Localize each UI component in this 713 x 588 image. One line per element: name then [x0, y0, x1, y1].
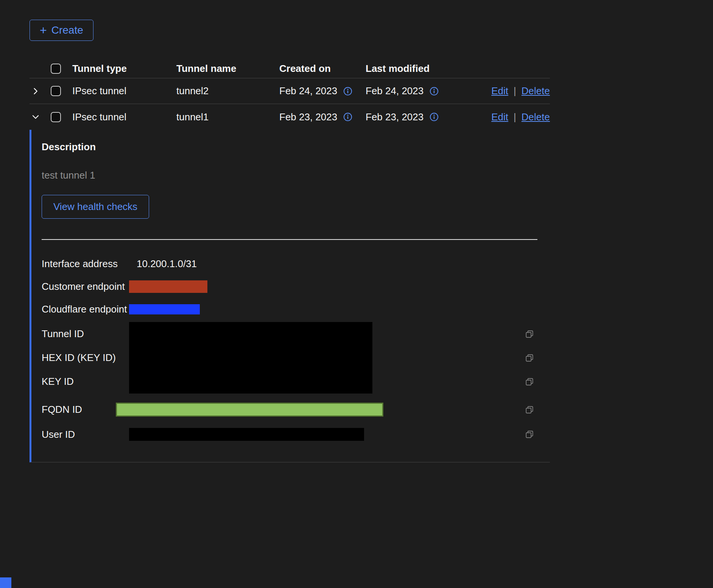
tunnel-type-cell: IPsec tunnel [72, 85, 176, 97]
tunnel-name-cell: tunnel2 [176, 85, 279, 97]
tunnel-ids-group: Tunnel ID HEX ID (KEY ID) KEY ID [42, 322, 534, 394]
actions-separator: | [514, 111, 516, 123]
row-checkbox[interactable] [51, 86, 61, 96]
select-all-checkbox[interactable] [51, 64, 61, 74]
copy-tunnel-id-button[interactable] [525, 329, 534, 339]
copy-icon [525, 377, 534, 387]
tunnel-name-cell: tunnel1 [176, 111, 279, 123]
tunnel-detail-fields: Interface address 10.200.1.0/31 Customer… [42, 258, 550, 441]
header-last-modified: Last modified [366, 63, 550, 75]
key-id-row: KEY ID [42, 370, 534, 394]
fqdn-id-row: FQDN ID [42, 403, 534, 417]
created-on-value: Feb 24, 2023 [279, 85, 337, 97]
table-row: IPsec tunnel tunnel2 Feb 24, 2023 Feb 24… [30, 78, 550, 104]
table-row: IPsec tunnel tunnel1 Feb 23, 2023 Feb 23… [30, 104, 550, 130]
key-id-label: KEY ID [42, 376, 129, 387]
copy-key-id-button[interactable] [525, 377, 534, 387]
tunnels-table: Tunnel type Tunnel name Created on Last … [30, 59, 550, 462]
delete-link[interactable]: Delete [522, 85, 550, 97]
panel-divider [42, 239, 537, 240]
actions-separator: | [514, 85, 516, 97]
table-header-row: Tunnel type Tunnel name Created on Last … [30, 59, 550, 78]
cloudflare-endpoint-redacted-value [129, 304, 200, 314]
header-created-on: Created on [279, 63, 366, 75]
copy-fqdn-id-button[interactable] [525, 405, 534, 415]
hex-id-row: HEX ID (KEY ID) [42, 346, 534, 370]
hex-id-label: HEX ID (KEY ID) [42, 352, 129, 364]
edit-link[interactable]: Edit [491, 85, 508, 97]
user-id-label: User ID [42, 429, 129, 440]
copy-icon [525, 329, 534, 339]
corner-accent [0, 577, 11, 588]
fqdn-id-redacted-value [116, 403, 383, 417]
copy-hex-id-button[interactable] [525, 353, 534, 363]
chevron-down-icon [31, 113, 40, 121]
view-health-checks-button[interactable]: View health checks [42, 195, 149, 219]
create-button-label: Create [51, 24, 83, 36]
customer-endpoint-label: Customer endpoint [42, 281, 129, 292]
copy-user-id-button[interactable] [525, 429, 534, 439]
delete-link[interactable]: Delete [522, 111, 550, 123]
header-tunnel-name: Tunnel name [176, 63, 279, 75]
copy-icon [525, 353, 534, 363]
info-icon[interactable] [430, 87, 439, 96]
chevron-right-icon [31, 87, 40, 95]
row-checkbox[interactable] [51, 112, 61, 122]
info-icon[interactable] [430, 112, 439, 121]
user-id-redacted-value [129, 428, 364, 441]
description-value: test tunnel 1 [42, 170, 550, 181]
cloudflare-endpoint-label: Cloudflare endpoint [42, 303, 129, 315]
tunnel-id-label: Tunnel ID [42, 328, 129, 340]
copy-icon [525, 405, 534, 415]
cloudflare-endpoint-row: Cloudflare endpoint [42, 303, 534, 315]
copy-icon [525, 429, 534, 439]
interface-address-label: Interface address [42, 258, 129, 270]
edit-link[interactable]: Edit [491, 111, 508, 123]
tunnel-details-panel: Description test tunnel 1 View health ch… [30, 130, 550, 462]
customer-endpoint-redacted-value [129, 280, 207, 293]
description-label: Description [42, 141, 550, 153]
interface-address-row: Interface address 10.200.1.0/31 [42, 258, 534, 270]
collapse-row-button[interactable] [30, 111, 42, 123]
header-tunnel-type: Tunnel type [72, 63, 176, 75]
user-id-row: User ID [42, 428, 534, 441]
plus-icon: + [40, 24, 47, 36]
created-on-value: Feb 23, 2023 [279, 111, 337, 123]
customer-endpoint-row: Customer endpoint [42, 280, 534, 293]
info-icon[interactable] [343, 87, 352, 96]
tunnel-id-row: Tunnel ID [42, 322, 534, 346]
tunnels-page: + Create Tunnel type Tunnel name Created… [0, 0, 550, 462]
tunnel-type-cell: IPsec tunnel [72, 111, 176, 123]
last-modified-value: Feb 23, 2023 [366, 111, 423, 123]
info-icon[interactable] [343, 112, 352, 121]
interface-address-value: 10.200.1.0/31 [129, 258, 197, 270]
create-button[interactable]: + Create [30, 20, 93, 41]
last-modified-value: Feb 24, 2023 [366, 85, 423, 97]
expand-row-button[interactable] [30, 85, 42, 97]
